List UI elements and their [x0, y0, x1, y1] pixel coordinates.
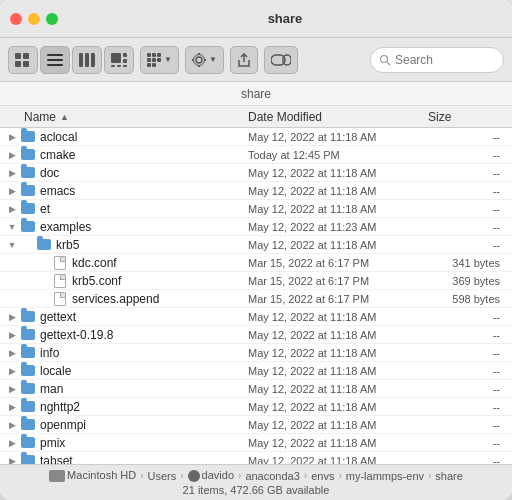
- list-item[interactable]: ▶aclocalMay 12, 2022 at 11:18 AM--: [0, 128, 512, 146]
- expand-arrow[interactable]: ▼: [4, 240, 20, 250]
- list-view-button[interactable]: [40, 46, 70, 74]
- expand-arrow[interactable]: ▶: [4, 456, 20, 465]
- expand-arrow[interactable]: ▶: [4, 312, 20, 322]
- list-item[interactable]: ▶cmakeToday at 12:45 PM--: [0, 146, 512, 164]
- folder-icon: [20, 363, 36, 379]
- list-item[interactable]: ▼krb5May 12, 2022 at 11:18 AM--: [0, 236, 512, 254]
- breadcrumb-part[interactable]: Macintosh HD: [49, 469, 136, 482]
- expand-arrow[interactable]: ▶: [4, 150, 20, 160]
- breadcrumb-part[interactable]: envs: [311, 470, 334, 482]
- breadcrumb-part[interactable]: davido: [188, 469, 234, 482]
- file-list[interactable]: ▶aclocalMay 12, 2022 at 11:18 AM--▶cmake…: [0, 128, 512, 464]
- expand-arrow[interactable]: ▶: [4, 348, 20, 358]
- expand-arrow[interactable]: ▶: [4, 384, 20, 394]
- item-date: May 12, 2022 at 11:18 AM: [248, 203, 428, 215]
- list-item[interactable]: ▶nghttp2May 12, 2022 at 11:18 AM--: [0, 398, 512, 416]
- list-item[interactable]: ▶emacsMay 12, 2022 at 11:18 AM--: [0, 182, 512, 200]
- svg-rect-18: [157, 53, 161, 57]
- expand-arrow[interactable]: ▶: [4, 330, 20, 340]
- close-button[interactable]: [10, 13, 22, 25]
- list-item[interactable]: ▶openmpiMay 12, 2022 at 11:18 AM--: [0, 416, 512, 434]
- expand-arrow[interactable]: ▼: [4, 222, 20, 232]
- action-button[interactable]: ▼: [185, 46, 224, 74]
- svg-rect-13: [111, 65, 115, 67]
- svg-rect-7: [79, 53, 83, 67]
- item-date: May 12, 2022 at 11:18 AM: [248, 347, 428, 359]
- list-item[interactable]: ▶docMay 12, 2022 at 11:18 AM--: [0, 164, 512, 182]
- expand-arrow[interactable]: ▶: [4, 168, 20, 178]
- traffic-lights: [10, 13, 58, 25]
- arrange-button[interactable]: ▼: [140, 46, 179, 74]
- column-name-header[interactable]: Name ▲: [20, 110, 248, 124]
- breadcrumb-part[interactable]: anaconda3: [245, 470, 299, 482]
- column-view-button[interactable]: [72, 46, 102, 74]
- list-item[interactable]: ▶infoMay 12, 2022 at 11:18 AM--: [0, 344, 512, 362]
- action-chevron: ▼: [209, 55, 217, 64]
- item-size: 341 bytes: [428, 257, 508, 269]
- list-item[interactable]: services.appendMar 15, 2022 at 6:17 PM59…: [0, 290, 512, 308]
- list-item[interactable]: ▼examplesMay 12, 2022 at 11:23 AM--: [0, 218, 512, 236]
- list-item[interactable]: kdc.confMar 15, 2022 at 6:17 PM341 bytes: [0, 254, 512, 272]
- item-size: --: [428, 347, 508, 359]
- list-item[interactable]: ▶manMay 12, 2022 at 11:18 AM--: [0, 380, 512, 398]
- breadcrumb-part[interactable]: Users: [148, 470, 177, 482]
- breadcrumb-separator: ›: [238, 470, 241, 481]
- expand-arrow[interactable]: ▶: [4, 438, 20, 448]
- item-name: krb5: [56, 238, 248, 252]
- icon-view-button[interactable]: [8, 46, 38, 74]
- search-input[interactable]: [395, 53, 495, 67]
- item-size: --: [428, 149, 508, 161]
- svg-rect-17: [152, 53, 156, 57]
- svg-point-25: [193, 54, 204, 65]
- file-icon: [52, 255, 68, 271]
- item-date: May 12, 2022 at 11:18 AM: [248, 419, 428, 431]
- breadcrumb-part[interactable]: my-lammps-env: [346, 470, 424, 482]
- svg-rect-8: [85, 53, 89, 67]
- expand-arrow[interactable]: ▶: [4, 420, 20, 430]
- maximize-button[interactable]: [46, 13, 58, 25]
- status-bar: Macintosh HD›Users›davido›anaconda3›envs…: [0, 464, 512, 500]
- list-item[interactable]: ▶tabsetMay 12, 2022 at 11:18 AM--: [0, 452, 512, 464]
- expand-arrow[interactable]: ▶: [4, 204, 20, 214]
- list-item[interactable]: ▶pmixMay 12, 2022 at 11:18 AM--: [0, 434, 512, 452]
- list-item[interactable]: ▶etMay 12, 2022 at 11:18 AM--: [0, 200, 512, 218]
- svg-rect-10: [111, 53, 121, 63]
- svg-rect-15: [123, 65, 127, 67]
- breadcrumb-separator: ›: [304, 470, 307, 481]
- list-item[interactable]: krb5.confMar 15, 2022 at 6:17 PM369 byte…: [0, 272, 512, 290]
- tag-button[interactable]: [264, 46, 298, 74]
- list-item[interactable]: ▶gettextMay 12, 2022 at 11:18 AM--: [0, 308, 512, 326]
- svg-rect-23: [152, 63, 156, 67]
- minimize-button[interactable]: [28, 13, 40, 25]
- gallery-view-button[interactable]: [104, 46, 134, 74]
- svg-rect-6: [47, 64, 63, 66]
- grid-dots-icon: [147, 53, 161, 67]
- list-item[interactable]: ▶gettext-0.19.8May 12, 2022 at 11:18 AM-…: [0, 326, 512, 344]
- svg-rect-12: [123, 59, 127, 63]
- folder-icon: [20, 327, 36, 343]
- item-size: 598 bytes: [428, 293, 508, 305]
- breadcrumb-separator: ›: [338, 470, 341, 481]
- svg-rect-4: [47, 54, 63, 56]
- list-icon: [47, 53, 63, 67]
- item-date: May 12, 2022 at 11:18 AM: [248, 401, 428, 413]
- expand-arrow[interactable]: ▶: [4, 402, 20, 412]
- expand-arrow[interactable]: ▶: [4, 132, 20, 142]
- item-date: Today at 12:45 PM: [248, 149, 428, 161]
- item-date: May 12, 2022 at 11:23 AM: [248, 221, 428, 233]
- column-date-header[interactable]: Date Modified: [248, 110, 428, 124]
- svg-rect-1: [23, 53, 29, 59]
- expand-arrow[interactable]: ▶: [4, 186, 20, 196]
- column-size-header[interactable]: Size: [428, 110, 508, 124]
- item-name: openmpi: [40, 418, 248, 432]
- expand-arrow[interactable]: ▶: [4, 366, 20, 376]
- folder-icon: [20, 399, 36, 415]
- folder-icon: [20, 435, 36, 451]
- share-button[interactable]: [230, 46, 258, 74]
- item-date: Mar 15, 2022 at 6:17 PM: [248, 257, 428, 269]
- search-box[interactable]: [370, 47, 504, 73]
- item-size: --: [428, 311, 508, 323]
- list-item[interactable]: ▶localeMay 12, 2022 at 11:18 AM--: [0, 362, 512, 380]
- folder-icon: [20, 219, 36, 235]
- breadcrumb-part[interactable]: share: [435, 470, 463, 482]
